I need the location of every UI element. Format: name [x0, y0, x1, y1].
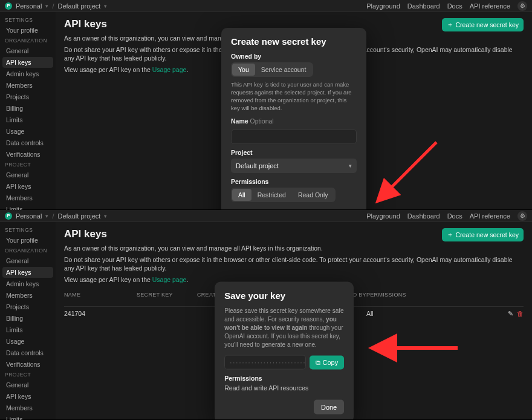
modal-title: Create new secret key [231, 36, 357, 47]
sidebar-members[interactable]: Members [2, 80, 53, 91]
nav-apiref[interactable]: API reference [470, 2, 510, 10]
chevron-down-icon: ▾ [349, 163, 352, 169]
annotation-arrow [382, 142, 443, 209]
sidebar-profile[interactable]: Your profile [2, 25, 53, 36]
create-secret-key-button[interactable]: ＋ Create new secret key [442, 18, 524, 31]
key-name-input[interactable] [231, 130, 357, 144]
sidebar-datacontrols[interactable]: Data controls [2, 137, 53, 148]
copy-button[interactable]: ⧉ Copy [310, 355, 345, 369]
nav-playground[interactable]: Playground [366, 212, 400, 220]
project-label: Project [231, 149, 357, 156]
row-permissions: All [366, 310, 499, 317]
org-avatar: P [5, 212, 12, 220]
sidebar-general[interactable]: General [2, 255, 53, 266]
nav-apiref[interactable]: API reference [470, 212, 510, 220]
chevron-down-icon[interactable]: ▾ [45, 3, 48, 9]
project-select[interactable]: Default project ▾ [231, 159, 357, 173]
plus-icon: ＋ [447, 231, 453, 239]
perm-restricted[interactable]: Restricted [251, 189, 292, 201]
perm-readonly[interactable]: Read Only [292, 189, 334, 201]
owned-by-label: Owned by [231, 53, 357, 60]
sidebar-limits[interactable]: Limits [2, 324, 53, 335]
nav-dashboard[interactable]: Dashboard [407, 212, 440, 220]
usage-page-link[interactable]: Usage page [152, 276, 187, 283]
sidebar-projects[interactable]: Projects [2, 91, 53, 102]
sidebar-limits[interactable]: Limits [2, 114, 53, 125]
sidebar-p-members[interactable]: Members [2, 402, 53, 413]
sidebar-billing[interactable]: Billing [2, 103, 53, 114]
delete-icon[interactable]: 🗑 [517, 310, 524, 318]
svg-line-0 [388, 142, 436, 191]
sidebar-admin[interactable]: Admin keys [2, 68, 53, 79]
org-name[interactable]: Personal [16, 212, 42, 220]
create-secret-key-button[interactable]: ＋ Create new secret key [442, 228, 524, 241]
optional-hint: Optional [250, 117, 274, 125]
copy-icon: ⧉ [316, 358, 320, 366]
owned-by-you[interactable]: You [232, 64, 255, 76]
usage-page-link[interactable]: Usage page [152, 66, 187, 73]
permissions-text: Read and write API resources [224, 384, 344, 392]
nav-dashboard[interactable]: Dashboard [407, 2, 440, 10]
nav-docs[interactable]: Docs [447, 2, 462, 10]
perm-all[interactable]: All [232, 189, 251, 201]
gear-icon[interactable]: ⚙ [517, 1, 527, 11]
save-key-modal: Save your key Please save this secret ke… [215, 282, 354, 419]
sidebar-p-general[interactable]: General [2, 169, 53, 180]
row-name: 241704 [64, 310, 137, 317]
sidebar-projects[interactable]: Projects [2, 301, 53, 312]
sidebar-section-project: PROJECT [2, 160, 53, 169]
sidebar: SETTINGS Your profile ORGANIZATION Gener… [0, 222, 56, 419]
nav-docs[interactable]: Docs [447, 212, 462, 220]
chevron-down-icon[interactable]: ▾ [104, 3, 107, 9]
top-bar: P Personal ▾ / Default project ▾ Playgro… [0, 0, 532, 12]
sidebar-verifications[interactable]: Verifications [2, 359, 53, 370]
permissions-segmented: All Restricted Read Only [231, 188, 336, 202]
sidebar-p-apikeys[interactable]: API keys [2, 181, 53, 192]
desc-warning: Do not share your API key with others or… [64, 255, 524, 273]
project-name[interactable]: Default project [57, 2, 100, 10]
sidebar: SETTINGS Your profile ORGANIZATION Gener… [0, 12, 56, 209]
sidebar-section-org: ORGANIZATION [2, 246, 53, 255]
sidebar-section-settings: SETTINGS [2, 226, 53, 234]
owned-by-service[interactable]: Service account [255, 64, 313, 76]
permissions-label: Permissions [224, 375, 344, 382]
sidebar-p-apikeys[interactable]: API keys [2, 391, 53, 402]
sidebar-members[interactable]: Members [2, 290, 53, 301]
sidebar-section-project: PROJECT [2, 370, 53, 379]
desc-owner: As an owner of this organization, you ca… [64, 244, 524, 253]
nav-playground[interactable]: Playground [366, 2, 400, 10]
gear-icon[interactable]: ⚙ [517, 211, 527, 221]
annotation-arrow [385, 342, 464, 356]
sidebar-section-org: ORGANIZATION [2, 36, 53, 45]
sidebar-apikeys[interactable]: API keys [2, 267, 53, 278]
sidebar-datacontrols[interactable]: Data controls [2, 347, 53, 358]
save-key-note: Please save this secret key somewhere sa… [224, 307, 344, 349]
permissions-label: Permissions [231, 178, 357, 185]
sidebar-billing[interactable]: Billing [2, 313, 53, 324]
sidebar-apikeys[interactable]: API keys [2, 57, 53, 68]
chevron-down-icon[interactable]: ▾ [104, 213, 107, 219]
sidebar-p-members[interactable]: Members [2, 192, 53, 203]
owned-by-note: This API key is tied to your user and ca… [231, 80, 357, 113]
sidebar-section-settings: SETTINGS [2, 16, 53, 24]
sidebar-usage[interactable]: Usage [2, 336, 53, 347]
chevron-down-icon[interactable]: ▾ [45, 213, 48, 219]
org-avatar: P [5, 2, 12, 10]
sidebar-profile[interactable]: Your profile [2, 235, 53, 246]
sidebar-p-general[interactable]: General [2, 379, 53, 390]
project-name[interactable]: Default project [57, 212, 100, 220]
top-bar: P Personal ▾ / Default project ▾ Playgro… [0, 210, 532, 222]
org-name[interactable]: Personal [16, 2, 42, 10]
sidebar-verifications[interactable]: Verifications [2, 149, 53, 160]
done-button[interactable]: Done [314, 400, 344, 415]
sidebar-usage[interactable]: Usage [2, 126, 53, 137]
owned-by-segmented: You Service account [231, 62, 313, 77]
plus-icon: ＋ [447, 21, 453, 29]
create-key-modal: Create new secret key Owned by You Servi… [221, 28, 366, 210]
sidebar-admin[interactable]: Admin keys [2, 278, 53, 289]
edit-icon[interactable]: ✎ [508, 310, 513, 318]
secret-key-field[interactable]: ································ [224, 355, 305, 370]
sidebar-general[interactable]: General [2, 45, 53, 56]
sidebar-p-limits[interactable]: Limits [2, 414, 53, 420]
modal-title: Save your key [224, 290, 344, 301]
